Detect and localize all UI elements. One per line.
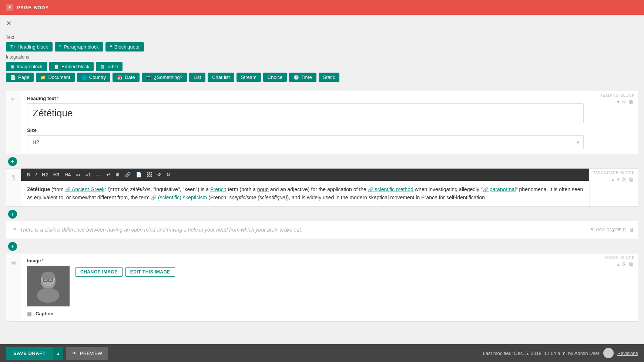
redo-btn[interactable]: ↻: [164, 171, 172, 179]
heading-type-label: HEADING BLOCK: [600, 93, 635, 97]
hr-btn[interactable]: —: [94, 171, 103, 179]
french-link[interactable]: French: [210, 186, 227, 192]
block-chooser: Text T↑ Heading block ¶ Paragraph block …: [6, 30, 638, 88]
something-btn[interactable]: 📷 ¿Something?: [142, 73, 187, 82]
static-btn[interactable]: Static: [319, 73, 340, 82]
integrations-section-label: Integrations: [6, 54, 638, 60]
page-btn[interactable]: 📄 Page: [6, 73, 34, 82]
bq-delete-btn[interactable]: 🗑: [628, 226, 635, 233]
image-field-label: Image*: [27, 258, 584, 263]
stream-btn[interactable]: Stream: [237, 73, 261, 82]
image-buttons-col: CHANGE IMAGE EDIT THIS IMAGE: [76, 266, 175, 277]
blockquote-block-btn[interactable]: ❝ Block quote: [105, 42, 144, 52]
image-block-wrapper: ▣ Image*: [6, 253, 638, 322]
paragraph-block-btn[interactable]: ¶ Paragraph block: [55, 42, 103, 52]
image-thumbnail: [27, 266, 70, 306]
para-up-btn[interactable]: ▴: [610, 176, 615, 183]
paragraph-content[interactable]: Zététique (from 🔗 Ancient Greek: ζητητικ…: [21, 181, 589, 206]
para-down-btn[interactable]: ▾: [616, 176, 621, 183]
paragraph-actions-row: ▴ ▾ ⎘ 🗑: [610, 176, 635, 183]
country-btn[interactable]: 🌐 Country: [77, 73, 111, 82]
paragraph-right-col: PARAGRAPH BLOCK ▴ ▾ ⎘ 🗑: [589, 169, 638, 206]
heading-copy-btn[interactable]: ⎘: [621, 98, 627, 106]
h4-btn[interactable]: H4: [63, 171, 73, 179]
bq-copy-btn[interactable]: ⎘: [623, 226, 627, 233]
heading-block-wrapper: T↑ Heading text* Size H2 H1 H3: [6, 91, 638, 154]
something-icon: 📷: [146, 75, 152, 80]
integration-blocks-row: ▣ Image block 📋 Embed block ▦ Table: [6, 62, 638, 71]
size-field: Size H2 H1 H3 H4: [27, 127, 584, 149]
paragraph-icon: ¶: [59, 44, 61, 50]
image-actions-row: ▴ ⎘ 🗑: [616, 260, 635, 268]
plus-circle-btn[interactable]: ⊕: [114, 171, 121, 179]
time-btn[interactable]: 🕐 Time: [289, 73, 316, 82]
document-btn[interactable]: 📁 Document: [36, 73, 74, 82]
char-list-btn[interactable]: Char list: [208, 73, 234, 82]
heading-right-col: HEADING BLOCK ▾ ⎘ 🗑: [590, 91, 638, 154]
link-btn[interactable]: 🔗: [123, 171, 133, 179]
add-block-btn-1[interactable]: +: [8, 157, 17, 166]
add-block-row-3: +: [6, 240, 638, 253]
blockquote-outer: ❝ There is a distinct difference between…: [6, 221, 638, 239]
date-btn[interactable]: 📅 Date: [113, 73, 139, 82]
list-btn[interactable]: List: [189, 73, 205, 82]
img-copy-btn[interactable]: ⎘: [621, 260, 627, 268]
choice-btn[interactable]: Choice: [263, 73, 287, 82]
caption-area: ▣ Caption: [27, 311, 584, 317]
add-block-btn-2[interactable]: +: [8, 210, 17, 219]
undo-btn[interactable]: ↺: [155, 171, 163, 179]
size-select-wrap: H2 H1 H3 H4: [27, 135, 584, 149]
para-copy-btn[interactable]: ⎘: [621, 176, 627, 183]
change-image-btn[interactable]: CHANGE IMAGE: [76, 267, 123, 277]
img-up-btn[interactable]: ▴: [616, 260, 621, 268]
collapse-icon[interactable]: ▾: [6, 4, 13, 11]
doc-btn[interactable]: 📄: [134, 171, 144, 179]
zettetique-bold: Zététique: [27, 186, 50, 192]
add-block-btn-3[interactable]: +: [8, 242, 17, 251]
noun-underline: noun: [257, 186, 269, 192]
ordered-list-btn[interactable]: ≡1: [84, 171, 93, 179]
para-delete-btn[interactable]: 🗑: [627, 176, 635, 183]
bullet-list-btn[interactable]: ≡•: [74, 171, 82, 179]
paranormal-link[interactable]: 🔗 paranormal: [483, 186, 516, 192]
img-delete-btn[interactable]: 🗑: [627, 260, 635, 268]
heading-delete-btn[interactable]: 🗑: [627, 98, 635, 106]
ancient-greek-link[interactable]: 🔗 Ancient Greek: [65, 186, 105, 192]
h2-btn[interactable]: H2: [40, 171, 50, 179]
heading-icon: T↑: [10, 44, 15, 50]
bq-down-btn[interactable]: ▾: [617, 226, 621, 233]
image-block-content: CHANGE IMAGE EDIT THIS IMAGE: [27, 266, 584, 306]
table-block-btn[interactable]: ▦ Table: [96, 62, 123, 71]
image-block-icon: ▣: [11, 259, 16, 265]
edit-image-btn[interactable]: EDIT THIS IMAGE: [125, 267, 175, 277]
image-icon: ▣: [10, 64, 14, 69]
embed-icon: 📋: [54, 64, 59, 69]
line-break-btn[interactable]: ↵: [104, 171, 112, 179]
heading-collapse-btn[interactable]: ▾: [616, 98, 621, 106]
page-body-label: PAGE BODY: [17, 5, 49, 10]
italic-btn[interactable]: I: [33, 171, 38, 179]
embed-block-btn[interactable]: 📋 Embed block: [49, 62, 94, 71]
bold-btn[interactable]: B: [25, 171, 32, 179]
bq-up-btn[interactable]: ▴: [611, 226, 616, 233]
quote-left-icon: ❝: [12, 226, 16, 233]
paragraph-main-col: B I H2 H3 H4 ≡• ≡1 — ↵ ⊕ 🔗 📄 🖼 ↺: [21, 169, 589, 206]
close-button[interactable]: ✕: [6, 19, 11, 27]
size-select[interactable]: H2 H1 H3 H4: [27, 135, 584, 149]
scientific-method-link[interactable]: 🔗 scientific method: [368, 186, 413, 192]
time-icon: 🕐: [294, 75, 299, 80]
text-section-label: Text: [6, 35, 638, 40]
quote-icon: ❝: [110, 44, 112, 50]
heading-text-input[interactable]: [27, 103, 584, 123]
image-left-icon: ▣: [6, 253, 21, 321]
top-bar: ▾ PAGE BODY: [0, 0, 644, 15]
add-block-row-2: +: [6, 207, 638, 221]
heading-actions-row: ▾ ⎘ 🗑: [616, 98, 635, 106]
skepticism-link[interactable]: 🔗 (scientific) skepticism: [151, 195, 207, 200]
image-inline-btn[interactable]: 🖼: [145, 171, 154, 179]
heading-block-btn[interactable]: T↑ Heading block: [6, 42, 53, 52]
heading-field-label: Heading text*: [27, 96, 584, 101]
h3-btn[interactable]: H3: [51, 171, 61, 179]
image-block-btn[interactable]: ▣ Image block: [6, 62, 47, 71]
scepticisme: scepticisme (scientifique): [229, 195, 287, 200]
